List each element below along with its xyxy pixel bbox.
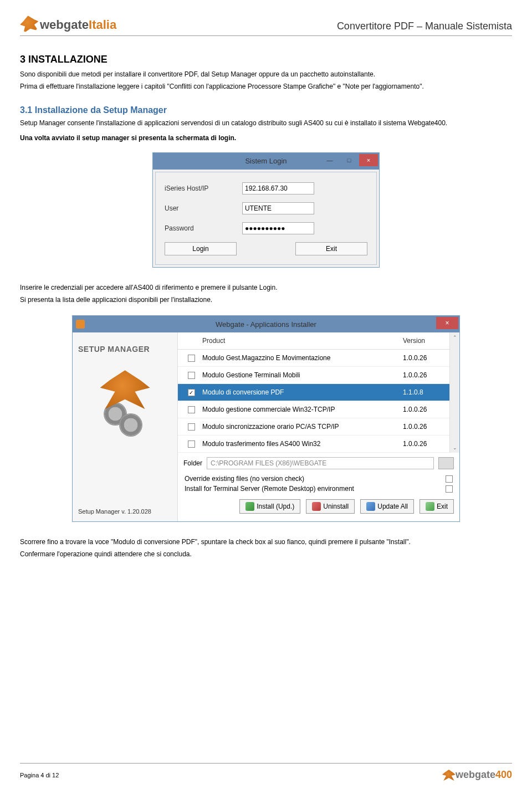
option-override-checkbox[interactable] xyxy=(446,475,453,483)
row-version: 1.1.0.8 xyxy=(403,388,447,396)
table-row[interactable]: Modulo Gestione Terminali Mobili1.0.0.26 xyxy=(178,367,449,384)
page-header: webgateItalia Convertitore PDF – Manuale… xyxy=(20,16,512,36)
scrollbar[interactable]: ⌃ ⌄ xyxy=(449,332,459,453)
installer-actions: Install (Upd.) Uninstall Update All Exit xyxy=(178,494,459,517)
login-body: iSeries Host/IP User Password Login Exit xyxy=(155,172,377,265)
butterfly-icon xyxy=(100,370,150,409)
row-product: Modulo gestione commerciale Win32-TCP/IP xyxy=(202,406,403,413)
user-input[interactable] xyxy=(242,202,314,214)
scroll-down-icon[interactable]: ⌄ xyxy=(450,443,459,453)
butterfly-icon xyxy=(19,14,40,33)
gear-icon xyxy=(120,414,141,436)
page-footer: Pagina 4 di 12 webgate400 xyxy=(20,763,512,781)
installer-dialog: Webgate - Applications Installer × SETUP… xyxy=(72,315,460,522)
sidebar-art xyxy=(78,370,172,436)
update-all-button[interactable]: Update All xyxy=(360,499,414,514)
close-icon[interactable]: × xyxy=(436,317,458,329)
butterfly-icon xyxy=(442,770,456,781)
sub-p1: Setup Manager consente l'installazione d… xyxy=(20,119,512,127)
uninstall-icon xyxy=(312,502,321,511)
intro-2: Prima di effettuare l'installazione legg… xyxy=(20,82,512,91)
footer-logo: webgate400 xyxy=(441,769,512,781)
host-input[interactable] xyxy=(242,182,314,194)
login-buttons: Login Exit xyxy=(165,242,367,255)
row-version: 1.0.0.26 xyxy=(403,440,447,448)
install-button[interactable]: Install (Upd.) xyxy=(239,499,300,514)
update-label: Update All xyxy=(377,503,408,510)
option-terminal-checkbox[interactable] xyxy=(446,485,453,493)
install-label: Install (Upd.) xyxy=(257,503,294,510)
uninstall-label: Uninstall xyxy=(323,503,349,510)
folder-input[interactable] xyxy=(207,457,434,469)
intro-1: Sono disponibili due metodi per installa… xyxy=(20,70,512,79)
login-dialog: Sistem Login — □ × iSeries Host/IP User … xyxy=(152,152,380,268)
exit-button[interactable]: Exit xyxy=(420,499,454,514)
window-controls: — □ × xyxy=(320,154,378,166)
list-wrap: Product Version Modulo Gest.Magazzino E … xyxy=(178,332,459,453)
footer-logo-a: webgate xyxy=(456,769,495,781)
row-checkbox[interactable] xyxy=(188,355,195,362)
installer-titlebar: Webgate - Applications Installer × xyxy=(73,316,459,332)
table-row[interactable]: ✓Modulo di conversione PDF1.1.0.8 xyxy=(178,384,449,401)
installer-title: Webgate - Applications Installer xyxy=(216,320,316,329)
option-override-label: Override existing files (no version chec… xyxy=(185,475,304,483)
login-button[interactable]: Login xyxy=(165,242,237,255)
installer-sidebar: SETUP MANAGER Setup Manager v. 1.20.028 xyxy=(73,332,178,521)
scroll-up-icon[interactable]: ⌃ xyxy=(450,332,459,342)
close-icon[interactable]: × xyxy=(359,154,378,166)
update-icon xyxy=(366,502,375,511)
row-version: 1.0.0.26 xyxy=(403,423,447,431)
login-title: Sistem Login xyxy=(245,157,287,165)
exit-button[interactable]: Exit xyxy=(295,242,367,255)
password-label: Password xyxy=(165,224,242,232)
row-version: 1.0.0.26 xyxy=(403,354,447,362)
table-row[interactable]: Modulo gestione commerciale Win32-TCP/IP… xyxy=(178,401,449,418)
table-row[interactable]: Modulo Gest.Magazzino E Movimentazione1.… xyxy=(178,350,449,367)
after-login-p2: Si presenta la lista delle applicazioni … xyxy=(20,295,512,304)
product-list: Product Version Modulo Gest.Magazzino E … xyxy=(178,332,449,453)
user-row: User xyxy=(165,202,367,214)
user-label: User xyxy=(165,204,242,212)
password-row: Password xyxy=(165,222,367,234)
folder-row: Folder xyxy=(178,453,459,474)
uninstall-button[interactable]: Uninstall xyxy=(306,499,355,514)
logo-text-a: webgate xyxy=(40,18,89,32)
option-terminal-label: Install for Terminal Server (Remote Desk… xyxy=(185,485,354,493)
page-number: Pagina 4 di 12 xyxy=(20,772,59,778)
app-icon xyxy=(76,320,85,329)
host-row: iSeries Host/IP xyxy=(165,182,367,194)
login-titlebar: Sistem Login — □ × xyxy=(153,153,379,170)
sidebar-brand: SETUP MANAGER xyxy=(78,345,172,354)
doc-title: Convertitore PDF – Manuale Sistemista xyxy=(337,21,512,32)
after-login-p1: Inserire le credenziali per accedere all… xyxy=(20,283,512,292)
browse-icon[interactable] xyxy=(438,457,454,469)
installer-body: SETUP MANAGER Setup Manager v. 1.20.028 … xyxy=(73,332,459,521)
sub-p2: Una volta avviato il setup manager si pr… xyxy=(20,134,512,142)
row-checkbox[interactable] xyxy=(188,440,195,448)
page: webgateItalia Convertitore PDF – Manuale… xyxy=(0,0,532,794)
sidebar-version: Setup Manager v. 1.20.028 xyxy=(78,508,172,515)
row-checkbox[interactable] xyxy=(188,372,195,379)
maximize-icon[interactable]: □ xyxy=(340,154,359,166)
install-icon xyxy=(245,502,254,511)
row-version: 1.0.0.26 xyxy=(403,406,447,413)
row-checkbox[interactable] xyxy=(188,423,195,431)
password-input[interactable] xyxy=(242,222,314,234)
table-row[interactable]: Modulo sincronizzazione orario PC/AS TCP… xyxy=(178,418,449,436)
table-row[interactable]: Modulo trasferimento files AS400 Win321.… xyxy=(178,436,449,453)
exit-icon xyxy=(426,502,434,511)
row-checkbox[interactable]: ✓ xyxy=(188,389,195,396)
col-product: Product xyxy=(202,337,403,345)
col-version: Version xyxy=(403,337,447,345)
row-product: Modulo trasferimento files AS400 Win32 xyxy=(202,440,403,448)
minimize-icon[interactable]: — xyxy=(320,154,339,166)
tail-p1: Scorrere fino a trovare la voce "Modulo … xyxy=(20,537,512,546)
row-product: Modulo Gest.Magazzino E Movimentazione xyxy=(202,354,403,362)
logo-left: webgateItalia xyxy=(20,16,116,32)
exit-label: Exit xyxy=(437,503,448,510)
row-product: Modulo Gestione Terminali Mobili xyxy=(202,371,403,379)
logo-text-b: Italia xyxy=(89,18,116,32)
row-product: Modulo di conversione PDF xyxy=(202,388,403,396)
row-product: Modulo sincronizzazione orario PC/AS TCP… xyxy=(202,423,403,431)
row-checkbox[interactable] xyxy=(188,406,195,413)
